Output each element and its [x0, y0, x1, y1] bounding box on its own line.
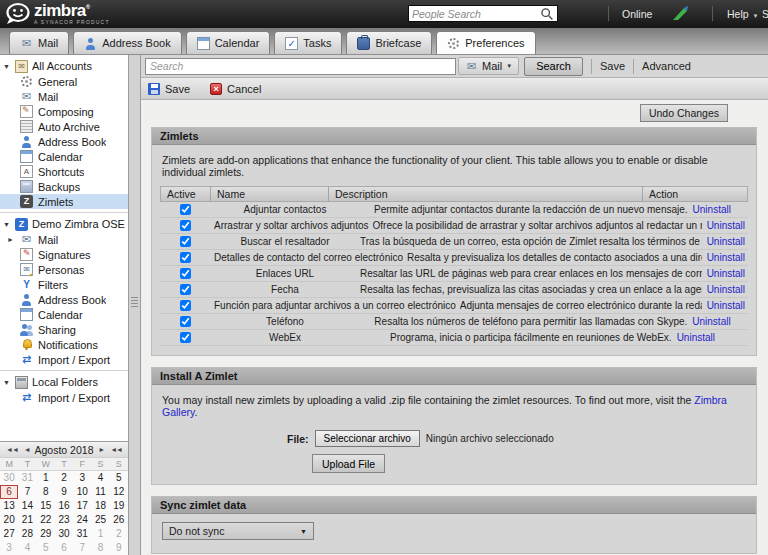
calendar-day[interactable]: 3: [0, 541, 18, 555]
calendar-day[interactable]: 21: [18, 513, 36, 527]
calendar-day[interactable]: 3: [73, 471, 91, 485]
calendar-title[interactable]: Agosto 2018: [33, 444, 95, 456]
zimlet-active-checkbox[interactable]: [180, 236, 191, 247]
sidebar-item-backups[interactable]: Backups: [0, 179, 128, 194]
sidebar-header-local-folders[interactable]: ▼Local Folders: [0, 374, 128, 390]
calendar-day[interactable]: 18: [91, 499, 109, 513]
setup-menu[interactable]: Setup: [762, 8, 768, 20]
uninstall-link[interactable]: Uninstall: [677, 332, 715, 343]
search-icon[interactable]: [540, 7, 554, 21]
tab-calendar[interactable]: Calendar: [186, 31, 271, 54]
sidebar-item-address-book[interactable]: Address Book: [0, 292, 128, 307]
calendar-day[interactable]: 7: [73, 541, 91, 555]
uninstall-link[interactable]: Uninstall: [707, 284, 745, 295]
uninstall-link[interactable]: Uninstall: [707, 300, 745, 311]
advanced-search-button[interactable]: Advanced: [642, 60, 691, 72]
search-input[interactable]: [145, 58, 456, 75]
calendar-day[interactable]: 22: [37, 513, 55, 527]
calendar-day[interactable]: 11: [91, 485, 109, 499]
zimlet-active-checkbox[interactable]: [180, 268, 191, 279]
expander-icon[interactable]: ▼: [3, 63, 11, 70]
calendar-day[interactable]: 4: [91, 471, 109, 485]
calendar-day[interactable]: 5: [110, 471, 128, 485]
sidebar-item-calendar[interactable]: Calendar: [0, 307, 128, 322]
cancel-button[interactable]: Cancel: [210, 83, 261, 95]
calendar-day[interactable]: 23: [55, 513, 73, 527]
sidebar-header-all-accounts[interactable]: ▼All Accounts: [0, 58, 128, 74]
calendar-day[interactable]: 9: [55, 485, 73, 499]
uninstall-link[interactable]: Uninstall: [707, 236, 745, 247]
tab-briefcase[interactable]: Briefcase: [346, 31, 432, 54]
uninstall-link[interactable]: Uninstall: [692, 316, 730, 327]
sidebar-splitter[interactable]: [128, 55, 141, 555]
uninstall-link[interactable]: Uninstall: [707, 268, 745, 279]
calendar-day[interactable]: 14: [18, 499, 36, 513]
calendar-day[interactable]: 31: [73, 527, 91, 541]
zimlet-active-checkbox[interactable]: [180, 220, 191, 231]
zimlet-active-checkbox[interactable]: [180, 204, 191, 215]
tab-tasks[interactable]: Tasks: [274, 31, 342, 54]
search-button[interactable]: Search: [524, 57, 583, 76]
calendar-day[interactable]: 30: [55, 527, 73, 541]
sidebar-item-zimlets[interactable]: Zimlets: [0, 194, 128, 209]
calendar-day[interactable]: 1: [91, 527, 109, 541]
sidebar-header-demo-zimbra-ose-zsp[interactable]: ▼Demo Zimbra OSE ZSP: [0, 216, 128, 232]
upload-file-button[interactable]: Upload File: [312, 454, 385, 473]
calendar-next-month-icon[interactable]: ►: [95, 446, 107, 453]
calendar-day[interactable]: 19: [110, 499, 128, 513]
calendar-day[interactable]: 7: [18, 485, 36, 499]
calendar-day[interactable]: 2: [110, 527, 128, 541]
expander-icon[interactable]: ▼: [3, 221, 11, 228]
calendar-day[interactable]: 27: [0, 527, 18, 541]
calendar-prev-month-icon[interactable]: ◄: [21, 446, 33, 453]
zimlet-active-checkbox[interactable]: [180, 252, 191, 263]
sidebar-item-auto-archive[interactable]: Auto Archive: [0, 119, 128, 134]
choose-file-button[interactable]: Seleccionar archivo: [315, 430, 420, 447]
calendar-day[interactable]: 16: [55, 499, 73, 513]
whats-new-icon[interactable]: [672, 6, 689, 23]
calendar-day[interactable]: 25: [91, 513, 109, 527]
search-scope-button[interactable]: Mail ▼: [458, 57, 519, 75]
sidebar-item-sharing[interactable]: Sharing: [0, 322, 128, 337]
calendar-day[interactable]: 30: [0, 471, 18, 485]
calendar-day[interactable]: 6: [0, 485, 18, 499]
sidebar-item-personas[interactable]: Personas: [0, 262, 128, 277]
calendar-day[interactable]: 29: [37, 527, 55, 541]
calendar-day[interactable]: 26: [110, 513, 128, 527]
sidebar-item-signatures[interactable]: Signatures: [0, 247, 128, 262]
sidebar-item-calendar[interactable]: Calendar: [0, 149, 128, 164]
save-button[interactable]: Save: [148, 83, 190, 95]
uninstall-link[interactable]: Uninstall: [693, 204, 731, 215]
sidebar-item-general[interactable]: General: [0, 74, 128, 89]
calendar-day[interactable]: 6: [55, 541, 73, 555]
sidebar-item-notifications[interactable]: Notifications: [0, 337, 128, 352]
calendar-day[interactable]: 10: [73, 485, 91, 499]
tab-preferences[interactable]: Preferences: [436, 31, 535, 54]
calendar-day[interactable]: 13: [0, 499, 18, 513]
sidebar-item-filters[interactable]: Filters: [0, 277, 128, 292]
help-menu[interactable]: Help▼: [727, 8, 759, 20]
calendar-day[interactable]: 17: [73, 499, 91, 513]
calendar-day[interactable]: 28: [18, 527, 36, 541]
calendar-day[interactable]: 9: [110, 541, 128, 555]
calendar-next-year-icon[interactable]: ◄◄: [107, 446, 125, 453]
people-search-input[interactable]: [412, 8, 540, 20]
calendar-day[interactable]: 4: [18, 541, 36, 555]
undo-changes-button[interactable]: Undo Changes: [640, 104, 728, 122]
calendar-prev-year-icon[interactable]: ◄◄: [3, 446, 21, 453]
sidebar-item-composing[interactable]: Composing: [0, 104, 128, 119]
sync-select[interactable]: Do not sync ▼: [162, 522, 314, 540]
uninstall-link[interactable]: Uninstall: [707, 252, 745, 263]
sidebar-item-mail[interactable]: ►Mail: [0, 232, 128, 247]
calendar-day[interactable]: 2: [55, 471, 73, 485]
sidebar-item-import-export[interactable]: Import / Export: [0, 352, 128, 367]
uninstall-link[interactable]: Uninstall: [707, 220, 745, 231]
online-status[interactable]: Online: [622, 8, 652, 20]
calendar-day[interactable]: 12: [110, 485, 128, 499]
save-search-button[interactable]: Save: [600, 60, 625, 72]
calendar-day[interactable]: 8: [37, 485, 55, 499]
calendar-day[interactable]: 15: [37, 499, 55, 513]
calendar-day[interactable]: 8: [91, 541, 109, 555]
tab-address-book[interactable]: Address Book: [73, 31, 181, 54]
calendar-day[interactable]: 31: [18, 471, 36, 485]
